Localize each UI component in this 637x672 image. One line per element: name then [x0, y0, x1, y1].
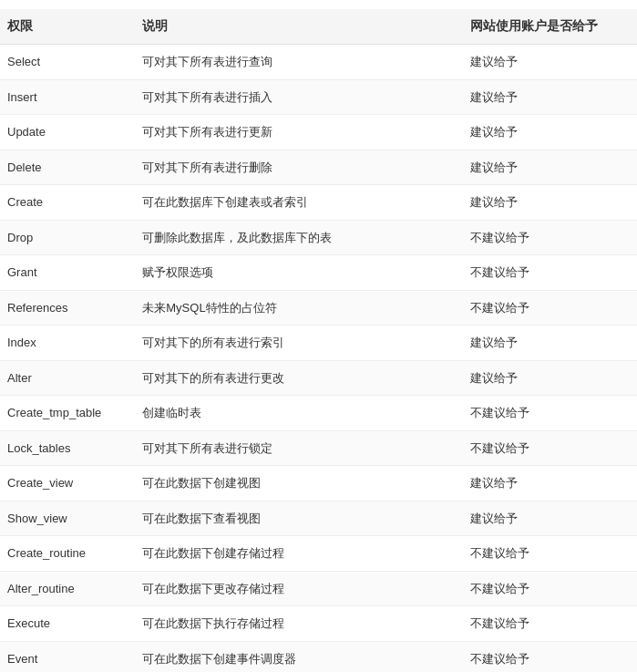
cell-permission: Create_view — [0, 466, 135, 501]
cell-description: 可在此数据下创建事件调度器 — [135, 641, 463, 672]
table-row: Update可对其下所有表进行更新建议给予 — [0, 115, 637, 150]
cell-recommend: 建议给予 — [463, 150, 637, 185]
table-row: Grant赋予权限选项不建议给予 — [0, 255, 637, 291]
cell-recommend: 不建议给予 — [463, 220, 637, 255]
cell-description: 可在此数据下执行存储过程 — [135, 606, 463, 642]
cell-recommend: 建议给予 — [463, 466, 637, 501]
cell-description: 可删除此数据库，及此数据库下的表 — [135, 220, 463, 255]
table-row: Create可在此数据库下创建表或者索引建议给予 — [0, 185, 637, 221]
cell-description: 可对其下所有表进行查询 — [135, 45, 463, 80]
cell-description: 可在此数据库下创建表或者索引 — [135, 185, 463, 221]
cell-recommend: 不建议给予 — [463, 606, 637, 642]
cell-description: 创建临时表 — [135, 396, 463, 431]
table-row: Create_tmp_table创建临时表不建议给予 — [0, 396, 637, 431]
table-row: Delete可对其下所有表进行删除建议给予 — [0, 150, 637, 185]
table-row: Event可在此数据下创建事件调度器不建议给予 — [0, 641, 637, 672]
cell-recommend: 建议给予 — [463, 185, 637, 221]
cell-permission: References — [0, 290, 135, 326]
table-row: Create_routine可在此数据下创建存储过程不建议给予 — [0, 536, 637, 572]
cell-recommend: 不建议给予 — [463, 396, 637, 431]
header-description: 说明 — [135, 9, 463, 45]
cell-recommend: 建议给予 — [463, 501, 637, 536]
cell-description: 可对其下所有表进行插入 — [135, 79, 463, 115]
cell-permission: Index — [0, 326, 135, 361]
table-row: Execute可在此数据下执行存储过程不建议给予 — [0, 606, 637, 642]
cell-recommend: 不建议给予 — [463, 290, 637, 326]
table-row: References未来MySQL特性的占位符不建议给予 — [0, 290, 637, 326]
cell-recommend: 不建议给予 — [463, 571, 637, 606]
permissions-table: 权限 说明 网站使用账户是否给予 Select可对其下所有表进行查询建议给予In… — [0, 9, 637, 672]
cell-permission: Create_tmp_table — [0, 396, 135, 431]
cell-description: 赋予权限选项 — [135, 255, 463, 291]
cell-permission: Delete — [0, 150, 135, 185]
cell-permission: Insert — [0, 79, 135, 115]
cell-description: 可对其下所有表进行删除 — [135, 150, 463, 185]
cell-permission: Alter_routine — [0, 571, 135, 606]
table-row: Alter_routine可在此数据下更改存储过程不建议给予 — [0, 571, 637, 606]
cell-recommend: 建议给予 — [463, 326, 637, 361]
cell-permission: Create — [0, 185, 135, 221]
cell-recommend: 建议给予 — [463, 115, 637, 150]
table-row: Lock_tables可对其下所有表进行锁定不建议给予 — [0, 430, 637, 466]
cell-recommend: 不建议给予 — [463, 536, 637, 572]
table-row: Index可对其下的所有表进行索引建议给予 — [0, 326, 637, 361]
table-row: Alter可对其下的所有表进行更改建议给予 — [0, 360, 637, 396]
cell-description: 未来MySQL特性的占位符 — [135, 290, 463, 326]
cell-recommend: 建议给予 — [463, 45, 637, 80]
header-recommend: 网站使用账户是否给予 — [463, 9, 637, 45]
cell-description: 可对其下所有表进行更新 — [135, 115, 463, 150]
table-container: 权限 说明 网站使用账户是否给予 Select可对其下所有表进行查询建议给予In… — [0, 0, 637, 672]
header-permission: 权限 — [0, 9, 135, 45]
cell-permission: Create_routine — [0, 536, 135, 572]
cell-permission: Grant — [0, 255, 135, 291]
table-row: Show_view可在此数据下查看视图建议给予 — [0, 501, 637, 536]
cell-recommend: 建议给予 — [463, 79, 637, 115]
table-row: Drop可删除此数据库，及此数据库下的表不建议给予 — [0, 220, 637, 255]
cell-recommend: 建议给予 — [463, 360, 637, 396]
cell-permission: Event — [0, 641, 135, 672]
cell-permission: Select — [0, 45, 135, 80]
cell-description: 可对其下的所有表进行更改 — [135, 360, 463, 396]
cell-description: 可在此数据下创建视图 — [135, 466, 463, 501]
cell-permission: Alter — [0, 360, 135, 396]
cell-description: 可在此数据下创建存储过程 — [135, 536, 463, 572]
cell-recommend: 不建议给予 — [463, 255, 637, 291]
cell-permission: Execute — [0, 606, 135, 642]
cell-description: 可在此数据下更改存储过程 — [135, 571, 463, 606]
cell-description: 可在此数据下查看视图 — [135, 501, 463, 536]
cell-permission: Drop — [0, 220, 135, 255]
cell-permission: Show_view — [0, 501, 135, 536]
table-header-row: 权限 说明 网站使用账户是否给予 — [0, 9, 637, 45]
table-row: Insert可对其下所有表进行插入建议给予 — [0, 79, 637, 115]
table-row: Select可对其下所有表进行查询建议给予 — [0, 45, 637, 80]
cell-description: 可对其下所有表进行锁定 — [135, 430, 463, 466]
cell-recommend: 不建议给予 — [463, 641, 637, 672]
cell-permission: Lock_tables — [0, 430, 135, 466]
cell-permission: Update — [0, 115, 135, 150]
cell-recommend: 不建议给予 — [463, 430, 637, 466]
table-row: Create_view可在此数据下创建视图建议给予 — [0, 466, 637, 501]
cell-description: 可对其下的所有表进行索引 — [135, 326, 463, 361]
